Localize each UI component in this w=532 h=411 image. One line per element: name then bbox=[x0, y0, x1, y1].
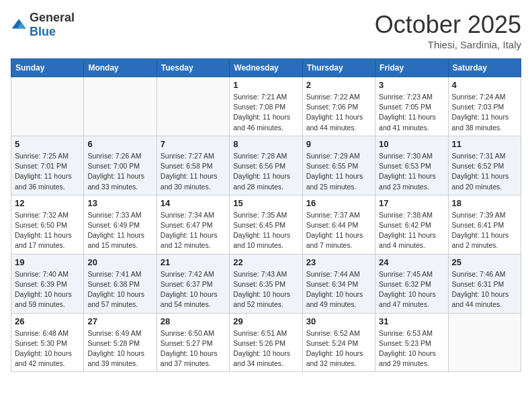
day-info: Sunrise: 7:43 AM Sunset: 6:35 PM Dayligh… bbox=[233, 269, 298, 310]
calendar-cell: 3Sunrise: 7:23 AM Sunset: 7:05 PM Daylig… bbox=[375, 77, 448, 136]
day-info: Sunrise: 6:52 AM Sunset: 5:24 PM Dayligh… bbox=[306, 328, 371, 369]
calendar-cell bbox=[11, 77, 84, 136]
day-info: Sunrise: 7:34 AM Sunset: 6:47 PM Dayligh… bbox=[161, 210, 226, 251]
calendar-cell: 2Sunrise: 7:22 AM Sunset: 7:06 PM Daylig… bbox=[302, 77, 375, 136]
day-number: 28 bbox=[161, 316, 226, 326]
day-info: Sunrise: 7:30 AM Sunset: 6:53 PM Dayligh… bbox=[379, 151, 444, 192]
day-info: Sunrise: 6:50 AM Sunset: 5:27 PM Dayligh… bbox=[161, 328, 226, 369]
calendar-cell: 23Sunrise: 7:44 AM Sunset: 6:34 PM Dayli… bbox=[302, 254, 375, 313]
day-number: 26 bbox=[15, 316, 80, 326]
logo-text-general: General bbox=[30, 11, 75, 24]
week-row-4: 19Sunrise: 7:40 AM Sunset: 6:39 PM Dayli… bbox=[11, 254, 521, 313]
day-info: Sunrise: 7:27 AM Sunset: 6:58 PM Dayligh… bbox=[161, 151, 226, 192]
calendar-cell: 6Sunrise: 7:26 AM Sunset: 7:00 PM Daylig… bbox=[84, 136, 157, 195]
day-number: 8 bbox=[233, 139, 298, 149]
weekday-header-row: SundayMondayTuesdayWednesdayThursdayFrid… bbox=[11, 59, 521, 77]
week-row-3: 12Sunrise: 7:32 AM Sunset: 6:50 PM Dayli… bbox=[11, 195, 521, 254]
day-number: 4 bbox=[452, 80, 517, 90]
day-number: 5 bbox=[15, 139, 80, 149]
day-info: Sunrise: 7:28 AM Sunset: 6:56 PM Dayligh… bbox=[233, 151, 298, 192]
day-number: 27 bbox=[87, 316, 152, 326]
calendar-cell: 26Sunrise: 6:48 AM Sunset: 5:30 PM Dayli… bbox=[11, 313, 84, 372]
day-info: Sunrise: 7:25 AM Sunset: 7:01 PM Dayligh… bbox=[15, 151, 80, 192]
calendar-cell: 22Sunrise: 7:43 AM Sunset: 6:35 PM Dayli… bbox=[230, 254, 302, 313]
calendar-cell: 29Sunrise: 6:51 AM Sunset: 5:26 PM Dayli… bbox=[230, 313, 302, 372]
day-info: Sunrise: 6:48 AM Sunset: 5:30 PM Dayligh… bbox=[15, 328, 80, 369]
calendar-cell: 18Sunrise: 7:39 AM Sunset: 6:41 PM Dayli… bbox=[448, 195, 521, 254]
calendar-cell: 17Sunrise: 7:38 AM Sunset: 6:42 PM Dayli… bbox=[375, 195, 448, 254]
day-number: 2 bbox=[306, 80, 371, 90]
calendar-cell: 7Sunrise: 7:27 AM Sunset: 6:58 PM Daylig… bbox=[157, 136, 229, 195]
calendar-cell: 21Sunrise: 7:42 AM Sunset: 6:37 PM Dayli… bbox=[157, 254, 229, 313]
day-info: Sunrise: 6:51 AM Sunset: 5:26 PM Dayligh… bbox=[233, 328, 298, 369]
calendar-cell bbox=[157, 77, 229, 136]
day-info: Sunrise: 7:24 AM Sunset: 7:03 PM Dayligh… bbox=[452, 92, 517, 133]
week-row-5: 26Sunrise: 6:48 AM Sunset: 5:30 PM Dayli… bbox=[11, 313, 521, 372]
calendar-table: SundayMondayTuesdayWednesdayThursdayFrid… bbox=[11, 58, 521, 372]
logo: General Blue bbox=[11, 11, 75, 39]
weekday-header-thursday: Thursday bbox=[302, 59, 375, 77]
day-number: 3 bbox=[379, 80, 444, 90]
calendar-cell: 10Sunrise: 7:30 AM Sunset: 6:53 PM Dayli… bbox=[375, 136, 448, 195]
weekday-header-wednesday: Wednesday bbox=[230, 59, 302, 77]
day-info: Sunrise: 7:37 AM Sunset: 6:44 PM Dayligh… bbox=[306, 210, 371, 251]
calendar-cell: 13Sunrise: 7:33 AM Sunset: 6:49 PM Dayli… bbox=[84, 195, 157, 254]
day-info: Sunrise: 7:32 AM Sunset: 6:50 PM Dayligh… bbox=[15, 210, 80, 251]
calendar-cell: 12Sunrise: 7:32 AM Sunset: 6:50 PM Dayli… bbox=[11, 195, 84, 254]
weekday-header-friday: Friday bbox=[375, 59, 448, 77]
day-info: Sunrise: 6:53 AM Sunset: 5:23 PM Dayligh… bbox=[379, 328, 444, 369]
calendar-cell: 4Sunrise: 7:24 AM Sunset: 7:03 PM Daylig… bbox=[448, 77, 521, 136]
day-info: Sunrise: 7:45 AM Sunset: 6:32 PM Dayligh… bbox=[379, 269, 444, 310]
day-number: 21 bbox=[161, 257, 226, 267]
day-number: 15 bbox=[233, 198, 298, 208]
day-number: 24 bbox=[379, 257, 444, 267]
day-info: Sunrise: 7:26 AM Sunset: 7:00 PM Dayligh… bbox=[87, 151, 152, 192]
day-number: 10 bbox=[379, 139, 444, 149]
day-number: 13 bbox=[87, 198, 152, 208]
calendar-cell: 30Sunrise: 6:52 AM Sunset: 5:24 PM Dayli… bbox=[302, 313, 375, 372]
week-row-1: 1Sunrise: 7:21 AM Sunset: 7:08 PM Daylig… bbox=[11, 77, 521, 136]
day-number: 31 bbox=[379, 316, 444, 326]
calendar-cell: 25Sunrise: 7:46 AM Sunset: 6:31 PM Dayli… bbox=[448, 254, 521, 313]
calendar-cell: 5Sunrise: 7:25 AM Sunset: 7:01 PM Daylig… bbox=[11, 136, 84, 195]
day-info: Sunrise: 7:23 AM Sunset: 7:05 PM Dayligh… bbox=[379, 92, 444, 133]
day-info: Sunrise: 7:46 AM Sunset: 6:31 PM Dayligh… bbox=[452, 269, 517, 310]
calendar-cell: 1Sunrise: 7:21 AM Sunset: 7:08 PM Daylig… bbox=[230, 77, 302, 136]
day-number: 16 bbox=[306, 198, 371, 208]
calendar-cell: 8Sunrise: 7:28 AM Sunset: 6:56 PM Daylig… bbox=[230, 136, 302, 195]
day-info: Sunrise: 7:33 AM Sunset: 6:49 PM Dayligh… bbox=[87, 210, 152, 251]
weekday-header-tuesday: Tuesday bbox=[157, 59, 229, 77]
day-number: 29 bbox=[233, 316, 298, 326]
day-number: 1 bbox=[233, 80, 298, 90]
day-info: Sunrise: 7:42 AM Sunset: 6:37 PM Dayligh… bbox=[161, 269, 226, 310]
logo-text-blue: Blue bbox=[30, 25, 56, 38]
calendar-cell: 11Sunrise: 7:31 AM Sunset: 6:52 PM Dayli… bbox=[448, 136, 521, 195]
weekday-header-saturday: Saturday bbox=[448, 59, 521, 77]
calendar-cell bbox=[84, 77, 157, 136]
day-info: Sunrise: 7:39 AM Sunset: 6:41 PM Dayligh… bbox=[452, 210, 517, 251]
weekday-header-monday: Monday bbox=[84, 59, 157, 77]
calendar-cell: 28Sunrise: 6:50 AM Sunset: 5:27 PM Dayli… bbox=[157, 313, 229, 372]
day-info: Sunrise: 7:44 AM Sunset: 6:34 PM Dayligh… bbox=[306, 269, 371, 310]
day-number: 23 bbox=[306, 257, 371, 267]
calendar-cell: 19Sunrise: 7:40 AM Sunset: 6:39 PM Dayli… bbox=[11, 254, 84, 313]
day-info: Sunrise: 7:21 AM Sunset: 7:08 PM Dayligh… bbox=[233, 92, 298, 133]
weekday-header-sunday: Sunday bbox=[11, 59, 84, 77]
calendar-cell: 15Sunrise: 7:35 AM Sunset: 6:45 PM Dayli… bbox=[230, 195, 302, 254]
day-info: Sunrise: 6:49 AM Sunset: 5:28 PM Dayligh… bbox=[87, 328, 152, 369]
day-number: 12 bbox=[15, 198, 80, 208]
day-info: Sunrise: 7:40 AM Sunset: 6:39 PM Dayligh… bbox=[15, 269, 80, 310]
day-number: 19 bbox=[15, 257, 80, 267]
day-number: 30 bbox=[306, 316, 371, 326]
day-info: Sunrise: 7:35 AM Sunset: 6:45 PM Dayligh… bbox=[233, 210, 298, 251]
day-info: Sunrise: 7:38 AM Sunset: 6:42 PM Dayligh… bbox=[379, 210, 444, 251]
day-number: 11 bbox=[452, 139, 517, 149]
month-title: October 2025 bbox=[375, 11, 521, 39]
day-number: 7 bbox=[161, 139, 226, 149]
day-info: Sunrise: 7:29 AM Sunset: 6:55 PM Dayligh… bbox=[306, 151, 371, 192]
day-number: 25 bbox=[452, 257, 517, 267]
title-block: October 2025 Thiesi, Sardinia, Italy bbox=[375, 11, 521, 50]
page-header: General Blue October 2025 Thiesi, Sardin… bbox=[11, 11, 521, 50]
day-number: 6 bbox=[87, 139, 152, 149]
calendar-cell: 31Sunrise: 6:53 AM Sunset: 5:23 PM Dayli… bbox=[375, 313, 448, 372]
